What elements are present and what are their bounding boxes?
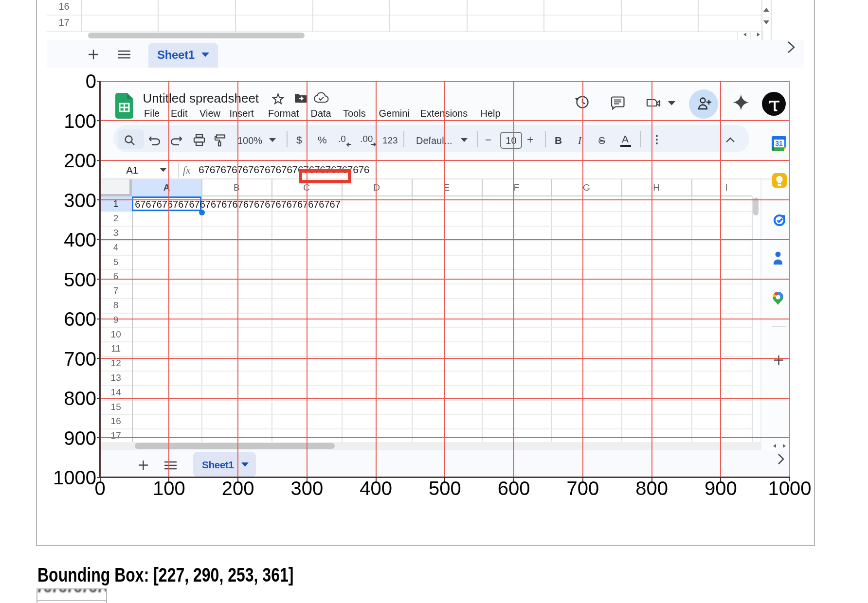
svg-text:31: 31 [776,140,783,147]
